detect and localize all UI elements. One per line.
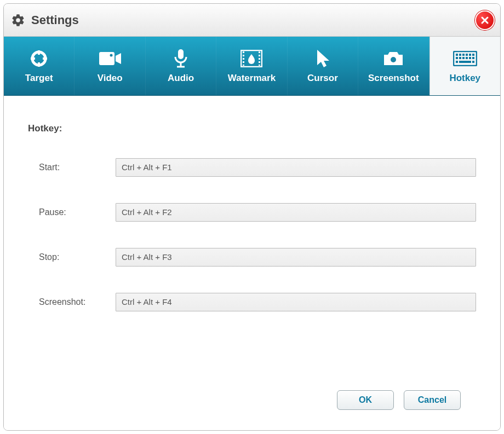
row-screenshot: Screenshot: Ctrl + Alt + F4 — [39, 293, 476, 311]
svg-rect-32 — [456, 57, 458, 59]
svg-rect-31 — [472, 54, 474, 56]
row-start: Start: Ctrl + Alt + F1 — [39, 158, 476, 177]
label-pause: Pause: — [39, 207, 116, 217]
tab-video[interactable]: Video — [75, 37, 145, 95]
tab-hotkey[interactable]: Hotkey — [429, 37, 500, 95]
footer: OK Cancel — [28, 381, 476, 419]
svg-rect-29 — [466, 54, 468, 56]
hotkey-form: Start: Ctrl + Alt + F1 Pause: Ctrl + Alt… — [28, 158, 476, 338]
cancel-button[interactable]: Cancel — [404, 390, 461, 410]
microphone-icon — [173, 49, 188, 68]
svg-rect-20 — [259, 61, 260, 63]
watermark-icon — [240, 49, 262, 68]
tab-label: Audio — [168, 73, 194, 84]
cursor-icon — [315, 49, 330, 68]
svg-rect-15 — [243, 61, 244, 63]
label-stop: Stop: — [39, 252, 116, 262]
svg-rect-19 — [259, 58, 260, 60]
svg-rect-38 — [456, 61, 458, 63]
field-screenshot[interactable]: Ctrl + Alt + F4 — [116, 293, 476, 311]
tab-label: Cursor — [307, 73, 338, 84]
svg-rect-35 — [466, 57, 468, 59]
ok-button[interactable]: OK — [337, 390, 394, 410]
svg-rect-8 — [178, 49, 184, 59]
tab-label: Video — [98, 73, 123, 84]
camera-icon — [382, 49, 404, 68]
row-pause: Pause: Ctrl + Alt + F2 — [39, 203, 476, 222]
settings-window: Settings Target — [3, 3, 501, 431]
close-icon — [480, 16, 489, 25]
field-pause[interactable]: Ctrl + Alt + F2 — [116, 203, 476, 222]
gear-icon — [10, 13, 26, 28]
svg-marker-22 — [317, 50, 329, 67]
svg-rect-39 — [459, 61, 471, 63]
tab-watermark[interactable]: Watermark — [216, 37, 287, 95]
tab-label: Watermark — [228, 73, 276, 84]
label-screenshot: Screenshot: — [39, 297, 116, 307]
svg-rect-36 — [469, 57, 471, 59]
svg-rect-16 — [243, 65, 244, 66]
svg-marker-6 — [116, 53, 121, 64]
hotkey-panel: Hotkey: Start: Ctrl + Alt + F1 Pause: Ct… — [4, 96, 500, 430]
label-start: Start: — [39, 163, 116, 172]
titlebar: Settings — [4, 4, 500, 37]
svg-rect-27 — [459, 54, 461, 56]
svg-rect-17 — [259, 51, 260, 53]
tab-screenshot[interactable]: Screenshot — [358, 37, 429, 95]
svg-rect-5 — [99, 52, 114, 65]
tab-bar: Target Video Audio — [4, 37, 500, 96]
keyboard-icon — [453, 49, 477, 68]
tab-target[interactable]: Target — [4, 37, 75, 95]
svg-rect-26 — [456, 54, 458, 56]
window-title: Settings — [31, 13, 79, 27]
svg-rect-18 — [259, 55, 260, 56]
video-icon — [99, 49, 121, 68]
section-title: Hotkey: — [28, 123, 476, 134]
field-stop[interactable]: Ctrl + Alt + F3 — [116, 248, 476, 267]
svg-rect-28 — [462, 54, 465, 56]
svg-rect-12 — [243, 51, 244, 53]
svg-rect-37 — [472, 57, 474, 59]
tab-label: Target — [25, 73, 53, 84]
field-start[interactable]: Ctrl + Alt + F1 — [116, 158, 476, 177]
svg-rect-33 — [459, 57, 461, 59]
svg-rect-40 — [472, 61, 474, 63]
svg-rect-21 — [259, 65, 260, 66]
row-stop: Stop: Ctrl + Alt + F3 — [39, 248, 476, 267]
tab-audio[interactable]: Audio — [146, 37, 216, 95]
target-icon — [30, 49, 48, 68]
svg-rect-34 — [462, 57, 465, 59]
svg-rect-13 — [243, 55, 244, 56]
tab-label: Screenshot — [368, 73, 419, 84]
close-button[interactable] — [475, 10, 495, 30]
svg-rect-14 — [243, 58, 244, 60]
svg-point-7 — [110, 54, 112, 56]
tab-label: Hotkey — [449, 73, 480, 84]
svg-rect-30 — [469, 54, 471, 56]
tab-cursor[interactable]: Cursor — [288, 37, 358, 95]
